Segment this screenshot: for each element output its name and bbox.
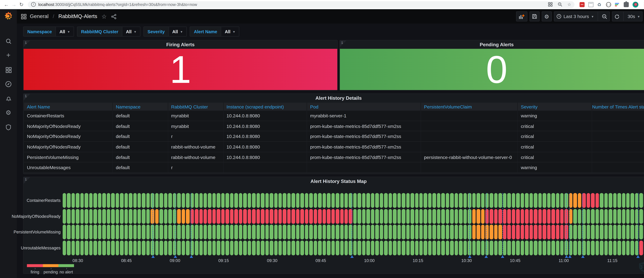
save-dashboard-button[interactable] (529, 11, 540, 22)
annotation-arrow-icon[interactable] (190, 255, 193, 258)
column-header[interactable]: RabbitMQ Cluster (168, 103, 223, 111)
column-header[interactable]: PersistentVolumeClaim (421, 103, 518, 111)
status-bar-no-alert (248, 240, 251, 255)
page-title[interactable]: RabbitMQ-Alerts (58, 14, 97, 19)
annotation-arrow-icon[interactable] (174, 255, 177, 258)
filter-label[interactable]: Alert Name (190, 26, 222, 36)
favorite-star-icon[interactable]: ☆ (102, 13, 107, 20)
server-admin-shield-icon[interactable] (6, 124, 11, 130)
time-range-picker[interactable]: Last 3 hours ▼ (554, 11, 610, 22)
url-text[interactable]: localhost:3000/d/jjCq5SLMk/rabbitmq-aler… (38, 2, 545, 7)
configuration-gear-icon[interactable]: ⚙ (6, 109, 11, 116)
zoom-out-icon[interactable] (602, 14, 608, 19)
annotation-arrow-icon[interactable] (501, 255, 504, 258)
chart-link-extension-icon[interactable] (615, 2, 620, 7)
annotation-marker-line[interactable] (352, 193, 352, 255)
annotation-marker-line[interactable] (582, 193, 583, 255)
refresh-picker[interactable]: 30s ▼ (612, 11, 642, 22)
annotation-arrow-icon[interactable] (484, 255, 488, 258)
status-bar-firing (529, 225, 533, 239)
back-icon[interactable]: ← (2, 2, 10, 7)
column-header[interactable]: Pod (307, 103, 421, 111)
braces-extension-icon[interactable]: {…} (606, 2, 611, 7)
share-icon[interactable] (111, 14, 116, 19)
annotation-marker-line[interactable] (566, 193, 566, 255)
tab-groups-icon[interactable] (548, 2, 553, 7)
extensions-puzzle-icon[interactable] (624, 2, 629, 7)
browser-menu-icon[interactable] (642, 2, 644, 6)
annotation-arrow-icon[interactable] (581, 255, 584, 258)
status-bar-no-alert (534, 193, 537, 208)
annotation-marker-line[interactable] (153, 193, 153, 255)
annotation-marker-line[interactable] (191, 193, 192, 255)
status-bar-no-alert (586, 240, 590, 255)
column-header[interactable]: Namespace (113, 103, 168, 111)
annotation-marker-line[interactable] (638, 193, 638, 255)
status-bar-no-alert (226, 193, 229, 208)
password-manager-extension-icon[interactable]: ••• (580, 2, 584, 7)
profile-avatar[interactable] (632, 2, 638, 7)
zoom-icon[interactable] (558, 2, 562, 7)
column-header[interactable]: Number of Times Alert started (592, 103, 644, 111)
status-bar-no-alert (454, 240, 458, 255)
dashboard-settings-button[interactable]: ⚙ (542, 11, 552, 22)
status-bar-firing (331, 209, 335, 224)
filter-value-dropdown[interactable]: All▼ (122, 26, 140, 36)
status-bar-no-alert (84, 240, 88, 255)
status-bar-no-alert (305, 225, 308, 239)
status-bar-no-alert (164, 209, 168, 224)
status-bar-no-alert (525, 240, 528, 255)
annotation-arrow-icon[interactable] (468, 255, 472, 258)
filter-label[interactable]: Namespace (23, 26, 56, 36)
status-bar-no-alert (116, 193, 119, 208)
status-bar-no-alert (182, 193, 185, 208)
window-extension-icon[interactable] (588, 2, 594, 7)
status-bar-no-alert (362, 240, 366, 255)
status-bar-no-alert (116, 240, 119, 255)
filter-label[interactable]: Severity (143, 26, 169, 36)
filter-value-dropdown[interactable]: All▼ (169, 26, 187, 36)
filter-value-dropdown[interactable]: All▼ (222, 26, 239, 36)
annotation-marker-line[interactable] (570, 193, 570, 255)
status-bar-no-alert (160, 193, 163, 208)
forward-icon[interactable]: → (10, 2, 18, 7)
column-header[interactable]: Severity (518, 103, 592, 111)
recycle-extension-icon[interactable]: ♻ (597, 2, 602, 7)
search-icon[interactable] (5, 38, 12, 44)
annotation-arrow-icon[interactable] (636, 255, 640, 258)
annotation-marker-line[interactable] (470, 193, 470, 255)
annotation-marker-line[interactable] (486, 193, 486, 255)
status-bar-pending (485, 225, 489, 239)
page-info-icon[interactable]: i (31, 2, 36, 7)
reload-icon[interactable]: ↻ (18, 2, 25, 7)
status-bar-no-alert (560, 240, 564, 255)
column-header[interactable]: Alert Name (24, 103, 113, 111)
filter-value-dropdown[interactable]: All▼ (56, 26, 74, 36)
address-bar[interactable]: i localhost:3000/d/jjCq5SLMk/rabbitmq-al… (28, 1, 574, 8)
refresh-icon[interactable] (615, 14, 620, 19)
panel-title[interactable]: Firing Alerts (24, 40, 337, 49)
grafana-logo[interactable] (3, 11, 14, 22)
panel-title[interactable]: Alert History Details (24, 94, 644, 102)
annotation-arrow-icon[interactable] (350, 255, 354, 258)
plus-icon[interactable]: + (6, 52, 10, 59)
bookmark-star-icon[interactable]: ☆ (567, 2, 571, 7)
breadcrumb-folder[interactable]: General (30, 14, 48, 19)
status-bar-firing (556, 209, 560, 224)
alerting-bell-icon[interactable] (5, 95, 12, 102)
explore-compass-icon[interactable] (5, 81, 12, 88)
filter-label[interactable]: RabbitMQ Cluster (77, 26, 122, 36)
status-bar-pending (498, 225, 502, 239)
panel-title[interactable]: Pending Alerts (340, 40, 644, 49)
status-bar-no-alert (494, 193, 498, 208)
add-panel-button[interactable] (516, 11, 527, 22)
ant-watermark-icon (638, 262, 644, 272)
annotation-arrow-icon[interactable] (151, 255, 154, 258)
column-header[interactable]: Instance (scraped endpoint) (223, 103, 307, 111)
annotation-marker-line[interactable] (502, 193, 503, 255)
annotation-arrow-icon[interactable] (568, 255, 572, 258)
annotation-marker-line[interactable] (175, 193, 176, 255)
status-bar-no-alert (586, 225, 590, 239)
annotation-arrow-icon[interactable] (565, 255, 568, 258)
dashboards-icon[interactable] (5, 66, 12, 73)
